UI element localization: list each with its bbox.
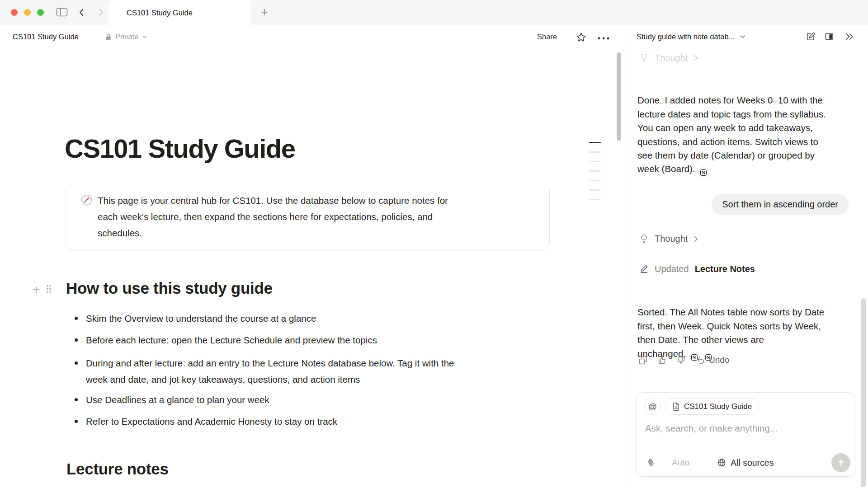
assistant-input[interactable] bbox=[644, 422, 845, 434]
tab-title: CS101 Study Guide bbox=[127, 9, 193, 17]
new-chat-icon[interactable] bbox=[806, 32, 816, 42]
favorite-star-icon[interactable] bbox=[576, 32, 586, 42]
section-heading-how-to-use[interactable]: How to use this study guide bbox=[66, 279, 273, 297]
all-sources-label[interactable]: All sources bbox=[731, 458, 774, 468]
updated-row[interactable]: Updated Lecture Notes bbox=[639, 264, 755, 274]
chevron-right-icon bbox=[693, 235, 698, 243]
pen-line-icon bbox=[639, 264, 649, 274]
toggle-sidebar-icon[interactable] bbox=[56, 7, 68, 17]
zoom-window-button[interactable] bbox=[37, 9, 44, 16]
mention-at-button[interactable]: @ bbox=[644, 398, 661, 415]
assistant-thread-title[interactable]: Study guide with note datab... bbox=[637, 25, 746, 48]
browser-tab[interactable]: CS101 Study Guide bbox=[108, 0, 251, 25]
lock-icon bbox=[105, 33, 112, 41]
undo-arrow-icon bbox=[695, 356, 705, 365]
user-message-bubble: Sort them in ascending order bbox=[712, 194, 849, 215]
privacy-control[interactable]: Private bbox=[105, 25, 147, 48]
chevron-down-icon bbox=[740, 34, 746, 39]
add-block-icon[interactable]: + bbox=[33, 282, 40, 297]
back-icon[interactable] bbox=[77, 8, 86, 17]
toc-mark[interactable] bbox=[589, 142, 601, 143]
panel-divider bbox=[624, 25, 624, 488]
chevron-right-icon bbox=[693, 54, 698, 61]
bullet-marker bbox=[75, 317, 78, 320]
bullet-item[interactable]: Skim the Overview to understand the cour… bbox=[66, 312, 527, 325]
lightbulb-icon bbox=[639, 233, 649, 244]
collapse-panel-double-chevron-icon[interactable] bbox=[844, 32, 855, 42]
new-tab-button[interactable]: + bbox=[256, 0, 273, 25]
arrow-up-icon bbox=[836, 458, 846, 468]
assistant-scrollbar[interactable] bbox=[861, 298, 866, 487]
notion-page-badge-icon[interactable]: N bbox=[698, 167, 709, 178]
window-tab-bar: CS101 Study Guide + bbox=[0, 0, 868, 25]
toc-mark[interactable] bbox=[589, 199, 601, 200]
undo-button[interactable]: Undo bbox=[695, 355, 729, 365]
more-options-icon[interactable] bbox=[598, 37, 610, 40]
toc-mark[interactable] bbox=[589, 151, 601, 153]
copy-icon[interactable] bbox=[638, 356, 648, 365]
close-window-button[interactable] bbox=[11, 9, 18, 16]
context-page-chip[interactable]: CS101 Study Guide bbox=[665, 398, 759, 415]
bullet-item[interactable]: Before each lecture: open the Lecture Sc… bbox=[66, 333, 527, 347]
thumbs-down-icon[interactable] bbox=[676, 356, 686, 365]
page-title[interactable]: CS101 Study Guide bbox=[65, 133, 295, 164]
bullet-marker bbox=[75, 338, 78, 342]
bullet-marker bbox=[75, 398, 78, 401]
toc-mark[interactable] bbox=[589, 189, 601, 191]
toc-mark[interactable] bbox=[589, 170, 601, 172]
main-scrollbar[interactable] bbox=[617, 52, 621, 141]
globe-icon bbox=[717, 458, 726, 468]
compass-emoji-icon bbox=[80, 194, 93, 206]
auto-mode-label[interactable]: Auto bbox=[672, 458, 689, 468]
bullet-item[interactable]: During and after lecture: add an entry t… bbox=[66, 355, 527, 388]
composer-toolbar: Auto All sources bbox=[646, 452, 850, 473]
breadcrumb[interactable]: CS101 Study Guide bbox=[13, 25, 79, 48]
thought-label: Thought bbox=[655, 53, 688, 63]
privacy-label: Private bbox=[115, 33, 138, 41]
send-button[interactable] bbox=[831, 453, 850, 472]
message-actions: Undo bbox=[638, 355, 729, 365]
toc-mark[interactable] bbox=[589, 180, 601, 181]
open-side-panel-icon[interactable] bbox=[824, 32, 834, 42]
bullet-item[interactable]: Use Deadlines at a glance to plan your w… bbox=[66, 393, 527, 407]
assistant-message: Done. I added notes for Weeks 0–10 with … bbox=[637, 80, 850, 178]
toc-mark[interactable] bbox=[589, 161, 601, 162]
section-heading-lecture-notes[interactable]: Lecture notes bbox=[66, 460, 169, 478]
bullet-marker bbox=[75, 361, 78, 365]
thought-row[interactable]: Thought bbox=[639, 233, 698, 244]
assistant-message: Sorted. The All Notes table now sorts by… bbox=[637, 292, 850, 363]
minimize-window-button[interactable] bbox=[24, 9, 31, 16]
share-button[interactable]: Share bbox=[537, 25, 557, 48]
thought-label: Thought bbox=[655, 234, 688, 244]
bullet-marker bbox=[75, 420, 78, 423]
chevron-down-icon bbox=[142, 35, 147, 39]
thought-row-faded[interactable]: Thought bbox=[639, 52, 698, 63]
attachment-paperclip-icon[interactable] bbox=[646, 458, 656, 468]
page-header: CS101 Study Guide Private Share bbox=[0, 25, 624, 48]
all-sources-button[interactable] bbox=[717, 458, 726, 468]
callout-block[interactable]: This page is your central hub for CS101.… bbox=[66, 185, 550, 250]
forward-icon[interactable] bbox=[97, 8, 106, 17]
document-icon bbox=[672, 402, 680, 411]
assistant-composer[interactable]: @ CS101 Study Guide Auto All sources bbox=[636, 392, 855, 477]
assistant-header: Study guide with note datab... bbox=[624, 25, 868, 48]
lightbulb-icon bbox=[639, 52, 649, 63]
updated-target[interactable]: Lecture Notes bbox=[695, 264, 755, 274]
updated-label: Updated bbox=[655, 264, 689, 274]
thumbs-up-icon[interactable] bbox=[657, 356, 667, 365]
callout-text[interactable]: This page is your central hub for CS101.… bbox=[98, 192, 532, 241]
drag-handle-icon[interactable] bbox=[46, 284, 52, 294]
bullet-item[interactable]: Refer to Expectations and Academic Hones… bbox=[66, 415, 527, 428]
